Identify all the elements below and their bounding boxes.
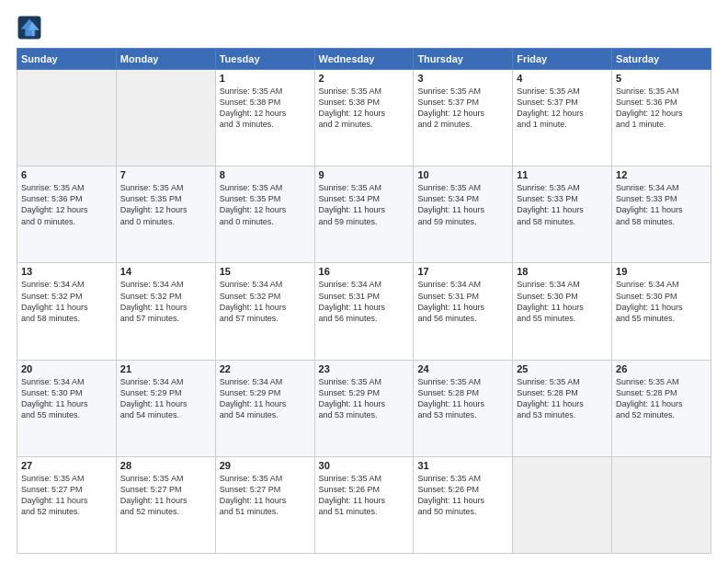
calendar-header-saturday: Saturday	[612, 49, 711, 70]
calendar-cell: 12Sunrise: 5:34 AM Sunset: 5:33 PM Dayli…	[612, 167, 711, 263]
calendar-cell: 25Sunrise: 5:35 AM Sunset: 5:28 PM Dayli…	[513, 360, 612, 456]
day-info: Sunrise: 5:35 AM Sunset: 5:37 PM Dayligh…	[417, 86, 508, 131]
day-info: Sunrise: 5:35 AM Sunset: 5:29 PM Dayligh…	[319, 376, 410, 421]
day-number: 10	[417, 169, 508, 180]
calendar-cell: 31Sunrise: 5:35 AM Sunset: 5:26 PM Dayli…	[414, 456, 513, 553]
day-info: Sunrise: 5:35 AM Sunset: 5:28 PM Dayligh…	[616, 376, 707, 421]
day-number: 25	[517, 363, 608, 374]
day-number: 23	[319, 363, 410, 374]
day-info: Sunrise: 5:35 AM Sunset: 5:33 PM Dayligh…	[517, 182, 608, 227]
calendar-header-tuesday: Tuesday	[215, 49, 314, 70]
day-number: 16	[319, 266, 410, 277]
calendar-cell	[116, 70, 215, 167]
calendar-cell: 22Sunrise: 5:34 AM Sunset: 5:29 PM Dayli…	[215, 360, 314, 456]
day-info: Sunrise: 5:35 AM Sunset: 5:26 PM Dayligh…	[319, 473, 410, 518]
day-number: 21	[120, 363, 211, 374]
calendar-cell: 18Sunrise: 5:34 AM Sunset: 5:30 PM Dayli…	[513, 263, 612, 360]
day-number: 13	[21, 266, 112, 277]
calendar-week-row: 6Sunrise: 5:35 AM Sunset: 5:36 PM Daylig…	[17, 167, 711, 263]
day-info: Sunrise: 5:35 AM Sunset: 5:27 PM Dayligh…	[220, 473, 311, 518]
day-number: 17	[417, 266, 508, 277]
calendar-cell: 5Sunrise: 5:35 AM Sunset: 5:36 PM Daylig…	[612, 70, 711, 167]
calendar-cell: 16Sunrise: 5:34 AM Sunset: 5:31 PM Dayli…	[314, 263, 414, 360]
day-number: 3	[417, 73, 508, 84]
day-number: 28	[120, 460, 211, 471]
calendar-cell: 11Sunrise: 5:35 AM Sunset: 5:33 PM Dayli…	[513, 167, 612, 263]
day-info: Sunrise: 5:34 AM Sunset: 5:30 PM Dayligh…	[517, 279, 608, 324]
day-number: 7	[120, 169, 211, 180]
day-number: 1	[220, 73, 311, 84]
day-number: 2	[319, 73, 410, 84]
calendar-cell: 27Sunrise: 5:35 AM Sunset: 5:27 PM Dayli…	[17, 456, 117, 553]
day-number: 20	[21, 363, 112, 374]
day-number: 11	[517, 169, 608, 180]
calendar-cell: 3Sunrise: 5:35 AM Sunset: 5:37 PM Daylig…	[414, 70, 513, 167]
day-info: Sunrise: 5:35 AM Sunset: 5:26 PM Dayligh…	[417, 473, 508, 518]
day-info: Sunrise: 5:34 AM Sunset: 5:30 PM Dayligh…	[21, 376, 112, 421]
day-number: 18	[517, 266, 608, 277]
calendar-cell: 6Sunrise: 5:35 AM Sunset: 5:36 PM Daylig…	[17, 167, 117, 263]
day-number: 30	[319, 460, 410, 471]
calendar-table: SundayMondayTuesdayWednesdayThursdayFrid…	[17, 48, 711, 554]
day-info: Sunrise: 5:35 AM Sunset: 5:27 PM Dayligh…	[21, 473, 112, 518]
calendar-cell: 14Sunrise: 5:34 AM Sunset: 5:32 PM Dayli…	[116, 263, 215, 360]
day-info: Sunrise: 5:34 AM Sunset: 5:30 PM Dayligh…	[616, 279, 707, 324]
day-info: Sunrise: 5:34 AM Sunset: 5:31 PM Dayligh…	[319, 279, 410, 324]
day-number: 27	[21, 460, 112, 471]
calendar-cell	[612, 456, 711, 553]
calendar-week-row: 20Sunrise: 5:34 AM Sunset: 5:30 PM Dayli…	[17, 360, 711, 456]
calendar-cell: 21Sunrise: 5:34 AM Sunset: 5:29 PM Dayli…	[116, 360, 215, 456]
page: SundayMondayTuesdayWednesdayThursdayFrid…	[0, 0, 728, 563]
day-info: Sunrise: 5:35 AM Sunset: 5:34 PM Dayligh…	[319, 182, 410, 227]
day-info: Sunrise: 5:35 AM Sunset: 5:34 PM Dayligh…	[417, 182, 508, 227]
day-info: Sunrise: 5:35 AM Sunset: 5:27 PM Dayligh…	[120, 473, 211, 518]
day-info: Sunrise: 5:34 AM Sunset: 5:32 PM Dayligh…	[220, 279, 311, 324]
day-info: Sunrise: 5:34 AM Sunset: 5:29 PM Dayligh…	[120, 376, 211, 421]
header	[17, 15, 711, 40]
calendar-cell: 17Sunrise: 5:34 AM Sunset: 5:31 PM Dayli…	[414, 263, 513, 360]
calendar-cell: 30Sunrise: 5:35 AM Sunset: 5:26 PM Dayli…	[314, 456, 414, 553]
day-info: Sunrise: 5:35 AM Sunset: 5:28 PM Dayligh…	[517, 376, 608, 421]
calendar-week-row: 1Sunrise: 5:35 AM Sunset: 5:38 PM Daylig…	[17, 70, 711, 167]
calendar-header-row: SundayMondayTuesdayWednesdayThursdayFrid…	[17, 49, 711, 70]
day-number: 9	[319, 169, 410, 180]
day-info: Sunrise: 5:34 AM Sunset: 5:31 PM Dayligh…	[417, 279, 508, 324]
calendar-week-row: 13Sunrise: 5:34 AM Sunset: 5:32 PM Dayli…	[17, 263, 711, 360]
calendar-cell: 15Sunrise: 5:34 AM Sunset: 5:32 PM Dayli…	[215, 263, 314, 360]
calendar-header-wednesday: Wednesday	[314, 49, 414, 70]
calendar-cell: 29Sunrise: 5:35 AM Sunset: 5:27 PM Dayli…	[215, 456, 314, 553]
calendar-cell: 20Sunrise: 5:34 AM Sunset: 5:30 PM Dayli…	[17, 360, 117, 456]
calendar-cell: 2Sunrise: 5:35 AM Sunset: 5:38 PM Daylig…	[314, 70, 414, 167]
calendar-cell: 23Sunrise: 5:35 AM Sunset: 5:29 PM Dayli…	[314, 360, 414, 456]
calendar-cell: 28Sunrise: 5:35 AM Sunset: 5:27 PM Dayli…	[116, 456, 215, 553]
day-number: 14	[120, 266, 211, 277]
day-info: Sunrise: 5:34 AM Sunset: 5:29 PM Dayligh…	[220, 376, 311, 421]
day-info: Sunrise: 5:35 AM Sunset: 5:38 PM Dayligh…	[220, 86, 311, 131]
calendar-header-sunday: Sunday	[17, 49, 117, 70]
day-number: 24	[417, 363, 508, 374]
calendar-cell	[513, 456, 612, 553]
day-info: Sunrise: 5:35 AM Sunset: 5:35 PM Dayligh…	[220, 182, 311, 227]
day-info: Sunrise: 5:35 AM Sunset: 5:37 PM Dayligh…	[517, 86, 608, 131]
day-number: 31	[417, 460, 508, 471]
day-number: 5	[616, 73, 707, 84]
day-info: Sunrise: 5:35 AM Sunset: 5:36 PM Dayligh…	[21, 182, 112, 227]
calendar-header-friday: Friday	[513, 49, 612, 70]
day-number: 26	[616, 363, 707, 374]
calendar-cell: 10Sunrise: 5:35 AM Sunset: 5:34 PM Dayli…	[414, 167, 513, 263]
calendar-cell: 13Sunrise: 5:34 AM Sunset: 5:32 PM Dayli…	[17, 263, 117, 360]
day-number: 29	[220, 460, 311, 471]
calendar-cell: 24Sunrise: 5:35 AM Sunset: 5:28 PM Dayli…	[414, 360, 513, 456]
day-number: 19	[616, 266, 707, 277]
day-number: 22	[220, 363, 311, 374]
calendar-header-thursday: Thursday	[414, 49, 513, 70]
calendar-cell	[17, 70, 117, 167]
day-info: Sunrise: 5:35 AM Sunset: 5:36 PM Dayligh…	[616, 86, 707, 131]
calendar-cell: 4Sunrise: 5:35 AM Sunset: 5:37 PM Daylig…	[513, 70, 612, 167]
day-info: Sunrise: 5:34 AM Sunset: 5:33 PM Dayligh…	[616, 182, 707, 227]
day-number: 15	[220, 266, 311, 277]
logo-icon	[17, 15, 42, 40]
calendar-week-row: 27Sunrise: 5:35 AM Sunset: 5:27 PM Dayli…	[17, 456, 711, 553]
day-info: Sunrise: 5:35 AM Sunset: 5:35 PM Dayligh…	[120, 182, 211, 227]
calendar-cell: 19Sunrise: 5:34 AM Sunset: 5:30 PM Dayli…	[612, 263, 711, 360]
